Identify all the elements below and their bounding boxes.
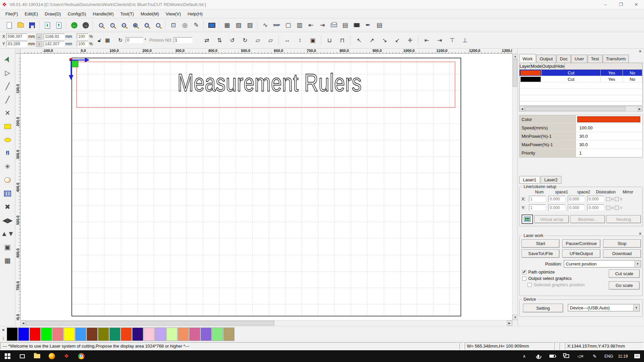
tab-user[interactable]: User bbox=[571, 55, 587, 63]
skew-horizontal-icon[interactable]: ▱ bbox=[252, 35, 264, 45]
h-scroll-thumb[interactable] bbox=[26, 321, 274, 325]
undo-icon[interactable]: ← bbox=[68, 20, 80, 31]
scroll-up-icon[interactable]: ▲ bbox=[513, 54, 518, 59]
chevron-down-icon[interactable]: ▼ bbox=[635, 261, 640, 267]
property-row[interactable]: MaxPower(%)-1 30.0 bbox=[520, 140, 642, 149]
mirror-v-checkbox[interactable] bbox=[615, 197, 619, 201]
import-file-icon[interactable]: ⇓ bbox=[42, 20, 53, 31]
menu-tool[interactable]: Tool(T) bbox=[117, 10, 137, 17]
menu-help[interactable]: Help(H) bbox=[184, 10, 206, 17]
mirror-v-tool-icon[interactable]: ▲▼ bbox=[2, 227, 14, 240]
chevron-down-icon[interactable]: ▼ bbox=[633, 305, 639, 311]
laser-checkbox-row[interactable]: Output select graphics bbox=[522, 276, 585, 281]
array-copy-icon[interactable]: ▧ bbox=[233, 20, 244, 31]
rotate-ccw-icon[interactable]: ↺ bbox=[226, 35, 239, 45]
menu-view[interactable]: View(V) bbox=[162, 10, 184, 17]
mirror-v-checkbox[interactable] bbox=[615, 206, 619, 210]
rectangle-tool-icon[interactable] bbox=[2, 120, 14, 133]
align-bottom-icon[interactable]: ⊥ bbox=[459, 35, 472, 45]
layer-table-scrollbar[interactable]: ◀ ▶ bbox=[519, 106, 643, 112]
save-to-ufile-button[interactable]: SaveToUFile bbox=[522, 249, 559, 258]
mirror-h-tool-icon[interactable]: ◀▶ bbox=[2, 214, 14, 227]
close-button[interactable]: ✕ bbox=[629, 0, 644, 9]
mirror-horizontal-icon[interactable]: ⇄ bbox=[201, 35, 213, 45]
width-input[interactable]: 1166.92 bbox=[44, 34, 64, 40]
zoom-page-icon[interactable]: ▢ bbox=[141, 20, 152, 31]
bmp-icon[interactable]: BMP bbox=[271, 20, 282, 31]
design-text[interactable]: Measurement Rulers bbox=[177, 70, 358, 96]
tray-chevron-icon[interactable]: ∧ bbox=[517, 350, 531, 362]
pause-continue-button[interactable]: Pause/Continue bbox=[562, 239, 600, 248]
layer-row[interactable]: Cut Yes No bbox=[520, 70, 642, 76]
bitmap-tool-icon[interactable] bbox=[2, 173, 14, 187]
scroll-right-icon[interactable]: ▶ bbox=[637, 106, 642, 111]
layer-color-swatch[interactable] bbox=[521, 77, 541, 82]
menu-file[interactable]: File(F) bbox=[2, 10, 21, 17]
virtual-array-button[interactable]: Virtual array bbox=[534, 215, 569, 223]
menu-edit[interactable]: Edit(E) bbox=[21, 10, 42, 17]
menu-model[interactable]: Model(M) bbox=[137, 10, 162, 17]
export-file-icon[interactable]: ⇑ bbox=[53, 20, 64, 31]
offset-tool-icon[interactable]: ▣ bbox=[2, 240, 14, 254]
vertical-scrollbar[interactable]: ▲ ▼ bbox=[512, 54, 518, 326]
minimize-button[interactable]: – bbox=[598, 0, 613, 9]
v-scroll-thumb[interactable] bbox=[513, 59, 517, 87]
panel-close-icon[interactable]: ✕ bbox=[639, 49, 642, 54]
toolbar-icon[interactable] bbox=[165, 21, 166, 29]
bezier-tool-icon[interactable]: ✕ bbox=[2, 106, 14, 120]
transform-icon[interactable] bbox=[418, 36, 419, 45]
horizontal-scrollbar[interactable]: ◀ ▶ bbox=[20, 320, 512, 326]
layer-row[interactable]: Cut Yes No bbox=[520, 76, 642, 82]
device-dropdown[interactable]: Device---(USB:Auto) ▼ bbox=[568, 304, 640, 311]
tab-transform[interactable]: Transform bbox=[603, 55, 629, 63]
position-dropdown[interactable]: Current position ▼ bbox=[564, 260, 641, 267]
trim-icon[interactable]: ⊓ bbox=[336, 35, 349, 45]
whole-width-icon[interactable]: ⇤ bbox=[305, 20, 317, 31]
menu-handle[interactable]: Handle(W) bbox=[90, 10, 117, 17]
toolbar-icon[interactable] bbox=[204, 21, 204, 29]
pipette-icon[interactable]: ✒ bbox=[362, 20, 374, 31]
same-size-icon[interactable]: ▣ bbox=[307, 35, 319, 45]
color-swatch[interactable] bbox=[577, 116, 640, 122]
toolbar-icon[interactable] bbox=[219, 21, 220, 29]
scroll-right-icon[interactable]: ▶ bbox=[507, 320, 512, 326]
point-tool-icon[interactable]: ✳ bbox=[2, 160, 14, 173]
palette-swatch[interactable] bbox=[166, 327, 177, 341]
transform-icon[interactable] bbox=[279, 36, 279, 45]
new-file-icon[interactable] bbox=[3, 20, 15, 31]
ellipse-tool-icon[interactable] bbox=[2, 133, 14, 146]
stop-button[interactable]: Stop bbox=[603, 239, 641, 248]
lc-input[interactable]: 0.000 bbox=[568, 204, 585, 211]
volume-muted-icon[interactable]: ◁✕ bbox=[574, 350, 588, 362]
output-doc-icon[interactable]: ▤ bbox=[339, 20, 351, 31]
laser-checkbox-row[interactable]: ✔ Path optimize bbox=[522, 269, 585, 275]
grid-array-tool-icon[interactable] bbox=[2, 187, 14, 200]
y-position-input[interactable]: 83.289 bbox=[6, 41, 27, 47]
rotate-input[interactable]: 0 bbox=[126, 37, 143, 43]
zoom-in-icon[interactable]: + bbox=[107, 20, 118, 31]
toolbar-icon[interactable] bbox=[66, 21, 67, 29]
scroll-left-icon[interactable]: ◀ bbox=[520, 106, 525, 111]
checkbox[interactable] bbox=[522, 277, 526, 281]
chrome-icon[interactable] bbox=[74, 350, 89, 362]
palette-swatch[interactable] bbox=[121, 327, 132, 341]
palette-swatch[interactable] bbox=[223, 327, 234, 341]
tab-output[interactable]: Output bbox=[536, 55, 556, 63]
redo-icon[interactable]: → bbox=[80, 20, 91, 31]
clock[interactable]: 11:19 bbox=[616, 350, 630, 362]
checkbox[interactable]: ✔ bbox=[522, 270, 526, 274]
scroll-down-icon[interactable]: ▼ bbox=[513, 315, 518, 320]
ruler-list-icon[interactable]: ▤ bbox=[374, 20, 385, 31]
battery-icon[interactable] bbox=[545, 350, 559, 362]
palette-handle[interactable]: ∥ bbox=[3, 337, 4, 340]
palette-swatch[interactable] bbox=[189, 327, 200, 341]
palette-swatch[interactable] bbox=[155, 327, 166, 341]
align-center-icon[interactable]: ✛ bbox=[404, 35, 417, 45]
property-row[interactable]: Speed(mm/s) 100.00 bbox=[520, 124, 642, 132]
save-file-icon[interactable] bbox=[26, 20, 38, 31]
palette-swatch[interactable] bbox=[178, 327, 189, 341]
array-nest-icon[interactable]: ▨ bbox=[244, 20, 256, 31]
toolbar-icon[interactable] bbox=[39, 21, 40, 29]
lock-ratio-icon[interactable]: 🔓︎ bbox=[96, 37, 104, 44]
pen-icon[interactable]: ✎ bbox=[191, 20, 202, 31]
